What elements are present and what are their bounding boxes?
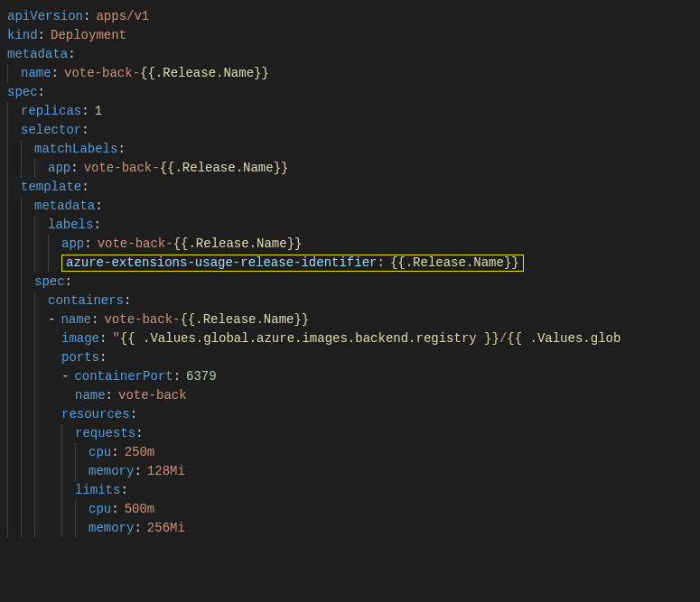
code-line: -containerPort:6379: [7, 367, 700, 386]
code-line: -name:vote-back-{{.Release.Name}}: [7, 310, 700, 329]
code-line: template:: [7, 178, 700, 197]
template-expr: {{ .Values.glob: [507, 329, 621, 348]
code-line: matchLabels:: [7, 140, 700, 159]
yaml-value: 250m: [125, 443, 155, 462]
yaml-key: spec: [7, 83, 38, 102]
yaml-key: memory: [89, 462, 134, 481]
template-expr: {{.Release.Name}}: [180, 310, 309, 329]
template-expr: {{.Release.Name}}: [173, 235, 303, 254]
code-line: containers:: [7, 292, 700, 310]
yaml-value: vote-back-: [104, 310, 180, 329]
yaml-key: app: [48, 159, 70, 178]
yaml-key: metadata: [34, 197, 95, 216]
code-line: cpu:250m: [7, 443, 700, 462]
yaml-key: replicas: [21, 102, 81, 121]
yaml-key: requests: [75, 424, 135, 443]
yaml-value: 6379: [186, 367, 217, 386]
code-line: app:vote-back-{{.Release.Name}}: [7, 159, 700, 178]
yaml-key: ports: [61, 348, 99, 367]
yaml-value: 500m: [125, 500, 155, 519]
code-line: memory:256Mi: [7, 519, 700, 538]
yaml-key: limits: [75, 481, 120, 500]
yaml-value: 128Mi: [147, 462, 185, 481]
yaml-key: memory: [89, 519, 134, 538]
yaml-key: template: [21, 178, 81, 197]
yaml-value: vote-back: [118, 386, 187, 405]
yaml-key: name: [75, 386, 106, 405]
yaml-key: kind: [7, 26, 38, 45]
yaml-key: metadata: [7, 45, 68, 64]
yaml-value: 256Mi: [147, 519, 185, 538]
code-line: kind:Deployment: [7, 26, 700, 45]
yaml-value: vote-back-: [64, 64, 140, 83]
code-editor[interactable]: apiVersion:apps/v1 kind:Deployment metad…: [7, 7, 700, 538]
code-line: requests:: [7, 424, 700, 443]
yaml-key: cpu: [89, 500, 111, 519]
yaml-key: matchLabels: [34, 140, 117, 159]
code-line: name:vote-back: [7, 386, 700, 405]
yaml-key: name: [21, 64, 51, 83]
code-line: selector:: [7, 121, 700, 140]
yaml-key: app: [61, 235, 84, 254]
yaml-key: azure-extensions-usage-release-identifie…: [66, 254, 377, 273]
highlighted-line: azure-extensions-usage-release-identifie…: [7, 254, 700, 273]
code-line: resources:: [7, 405, 700, 424]
code-line: name:vote-back-{{.Release.Name}}: [7, 64, 700, 83]
yaml-key: spec: [34, 273, 65, 292]
template-expr: {{ .Values.global.azure.images.backend.r…: [120, 329, 499, 348]
code-line: image:"{{ .Values.global.azure.images.ba…: [7, 329, 700, 348]
code-line: spec:: [7, 273, 700, 292]
code-line: metadata:: [7, 45, 700, 64]
code-line: spec:: [7, 83, 700, 102]
code-line: ports:: [7, 348, 700, 367]
code-line: apiVersion:apps/v1: [7, 7, 700, 26]
yaml-quote: ": [112, 329, 119, 348]
yaml-value: Deployment: [51, 26, 126, 45]
yaml-value: apps/v1: [96, 7, 149, 26]
code-line: app:vote-back-{{.Release.Name}}: [7, 235, 700, 254]
code-line: limits:: [7, 481, 700, 500]
template-expr: {{.Release.Name}}: [390, 255, 519, 270]
code-line: labels:: [7, 216, 700, 235]
yaml-key: containers: [48, 292, 124, 310]
template-expr: {{.Release.Name}}: [140, 64, 269, 83]
yaml-key: resources: [61, 405, 130, 424]
yaml-key: selector: [21, 121, 81, 140]
yaml-key: containerPort: [74, 367, 173, 386]
yaml-value: /: [499, 329, 507, 348]
yaml-value: vote-back-: [98, 235, 173, 254]
yaml-key: image: [61, 329, 99, 348]
template-expr: {{.Release.Name}}: [160, 159, 289, 178]
code-line: cpu:500m: [7, 500, 700, 519]
yaml-value: vote-back-: [84, 159, 160, 178]
yaml-key: cpu: [89, 443, 111, 462]
yaml-key: labels: [48, 216, 93, 235]
code-line: replicas:1: [7, 102, 700, 121]
yaml-value: 1: [95, 102, 102, 121]
yaml-key: apiVersion: [7, 7, 83, 26]
code-line: memory:128Mi: [7, 462, 700, 481]
code-line: metadata:: [7, 197, 700, 216]
yaml-key: name: [61, 310, 91, 329]
highlight-box: azure-extensions-usage-release-identifie…: [61, 255, 524, 272]
